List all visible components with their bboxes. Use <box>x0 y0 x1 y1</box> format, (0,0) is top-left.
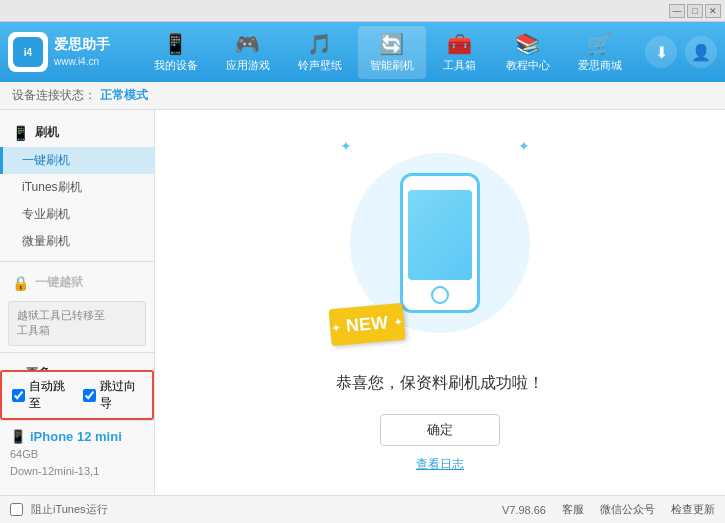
update-link[interactable]: 检查更新 <box>671 502 715 517</box>
phone-body <box>400 173 480 313</box>
flash-section-icon: 📱 <box>12 125 29 141</box>
device-name: 📱 iPhone 12 mini <box>10 429 144 444</box>
nav-actions: ⬇ 👤 <box>645 36 717 68</box>
sparkle-icon-2: ✦ <box>518 138 530 154</box>
apps-icon: 🎮 <box>235 32 260 56</box>
close-button[interactable]: ✕ <box>705 4 721 18</box>
status-bar: 设备连接状态： 正常模式 <box>0 82 725 110</box>
version-text: V7.98.66 <box>502 504 546 516</box>
download-button[interactable]: ⬇ <box>645 36 677 68</box>
success-text: 恭喜您，保资料刷机成功啦！ <box>336 373 544 394</box>
tutorial-icon: 📚 <box>515 32 540 56</box>
maximize-button[interactable]: □ <box>687 4 703 18</box>
nav-items: 📱 我的设备 🎮 应用游戏 🎵 铃声壁纸 🔄 智能刷机 🧰 工具箱 📚 教程中心… <box>130 26 645 79</box>
brand-name: 爱思助手 <box>54 35 110 55</box>
nav-label-device: 我的设备 <box>154 58 198 73</box>
site-url: www.i4.cn <box>54 55 110 69</box>
status-label: 设备连接状态： <box>12 87 96 104</box>
itunes-label: 阻止iTunes运行 <box>31 502 108 517</box>
sidebar: 📱 刷机 一键刷机 iTunes刷机 专业刷机 微量刷机 🔒 一键越狱 越狱工具… <box>0 110 155 495</box>
top-nav: i4 爱思助手 www.i4.cn 📱 我的设备 🎮 应用游戏 🎵 铃声壁纸 🔄… <box>0 22 725 82</box>
jailbreak-warning: 越狱工具已转移至 工具箱 <box>8 301 146 346</box>
title-bar: — □ ✕ <box>0 0 725 22</box>
device-panel: 📱 iPhone 12 mini 64GB Down-12mini-13,1 <box>0 420 154 487</box>
sparkle-icon-1: ✦ <box>340 138 352 154</box>
checkbox-skip-label: 跳过向导 <box>100 378 142 412</box>
customer-service-link[interactable]: 客服 <box>562 502 584 517</box>
confirm-button[interactable]: 确定 <box>380 414 500 446</box>
device-storage: 64GB <box>10 446 144 463</box>
phone-home-btn <box>431 286 449 304</box>
bottom-bar-left: 阻止iTunes运行 <box>10 502 502 517</box>
nav-label-shop: 爱思商城 <box>578 58 622 73</box>
sidebar-scroll: 📱 刷机 一键刷机 iTunes刷机 专业刷机 微量刷机 🔒 一键越狱 越狱工具… <box>0 118 154 370</box>
checkbox-auto[interactable]: 自动跳至 <box>12 378 71 412</box>
nav-label-tutorial: 教程中心 <box>506 58 550 73</box>
nav-item-tools[interactable]: 🧰 工具箱 <box>430 26 490 79</box>
wechat-link[interactable]: 微信公众号 <box>600 502 655 517</box>
jailbreak-section-label: 一键越狱 <box>35 274 83 291</box>
logo: i4 爱思助手 www.i4.cn <box>8 32 110 72</box>
history-link[interactable]: 查看日志 <box>416 456 464 473</box>
itunes-checkbox[interactable] <box>10 503 23 516</box>
phone-illustration: ✦ ✦ ✦ NEW <box>340 133 540 353</box>
nav-item-my-device[interactable]: 📱 我的设备 <box>142 26 210 79</box>
sidebar-wrapper: 📱 刷机 一键刷机 iTunes刷机 专业刷机 微量刷机 🔒 一键越狱 越狱工具… <box>0 118 154 487</box>
sidebar-section-more: ≡ 更多 <box>0 359 154 370</box>
nav-item-ringtone[interactable]: 🎵 铃声壁纸 <box>286 26 354 79</box>
logo-inner: i4 <box>13 37 43 67</box>
checkbox-auto-input[interactable] <box>12 389 25 402</box>
main-layout: 📱 刷机 一键刷机 iTunes刷机 专业刷机 微量刷机 🔒 一键越狱 越狱工具… <box>0 110 725 495</box>
nav-label-flash: 智能刷机 <box>370 58 414 73</box>
device-model: Down-12mini-13,1 <box>10 463 144 480</box>
sidebar-divider-2 <box>0 352 154 353</box>
flash-section-label: 刷机 <box>35 124 59 141</box>
ringtone-icon: 🎵 <box>307 32 332 56</box>
new-badge: NEW <box>329 302 406 345</box>
sidebar-divider-1 <box>0 261 154 262</box>
shop-icon: 🛒 <box>587 32 612 56</box>
nav-item-apps[interactable]: 🎮 应用游戏 <box>214 26 282 79</box>
minimize-button[interactable]: — <box>669 4 685 18</box>
status-value: 正常模式 <box>100 87 148 104</box>
content-area: ✦ ✦ ✦ NEW 恭喜您，保资料刷机成功啦！ 确定 查看日志 <box>155 110 725 495</box>
jailbreak-section-icon: 🔒 <box>12 275 29 291</box>
sidebar-item-micro[interactable]: 微量刷机 <box>0 228 154 255</box>
sidebar-section-flash: 📱 刷机 <box>0 118 154 147</box>
sidebar-item-pro[interactable]: 专业刷机 <box>0 201 154 228</box>
checkbox-skip[interactable]: 跳过向导 <box>83 378 142 412</box>
nav-item-flash[interactable]: 🔄 智能刷机 <box>358 26 426 79</box>
flash-icon: 🔄 <box>379 32 404 56</box>
account-button[interactable]: 👤 <box>685 36 717 68</box>
device-phone-icon: 📱 <box>10 429 26 444</box>
logo-icon: i4 <box>8 32 48 72</box>
nav-label-tools: 工具箱 <box>443 58 476 73</box>
logo-text: 爱思助手 www.i4.cn <box>54 35 110 69</box>
checkboxes-area: 自动跳至 跳过向导 <box>0 370 154 420</box>
checkbox-auto-label: 自动跳至 <box>29 378 71 412</box>
nav-label-ringtone: 铃声壁纸 <box>298 58 342 73</box>
device-icon: 📱 <box>163 32 188 56</box>
bottom-bar: 阻止iTunes运行 V7.98.66 客服 微信公众号 检查更新 <box>0 495 725 523</box>
checkbox-skip-input[interactable] <box>83 389 96 402</box>
bottom-bar-right: V7.98.66 客服 微信公众号 检查更新 <box>502 502 715 517</box>
sidebar-item-onekey[interactable]: 一键刷机 <box>0 147 154 174</box>
nav-item-shop[interactable]: 🛒 爱思商城 <box>566 26 634 79</box>
sidebar-section-jailbreak: 🔒 一键越狱 <box>0 268 154 297</box>
phone-screen <box>408 190 472 280</box>
tools-icon: 🧰 <box>447 32 472 56</box>
sidebar-item-itunes[interactable]: iTunes刷机 <box>0 174 154 201</box>
nav-item-tutorial[interactable]: 📚 教程中心 <box>494 26 562 79</box>
nav-label-apps: 应用游戏 <box>226 58 270 73</box>
